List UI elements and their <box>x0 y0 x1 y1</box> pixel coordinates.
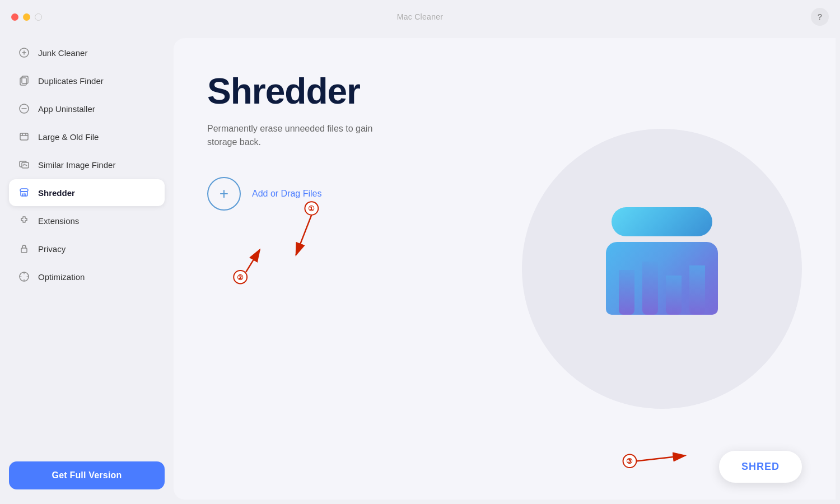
extensions-icon <box>18 214 30 227</box>
illustration-area <box>488 38 836 500</box>
add-files-label: Add or Drag Files <box>252 189 322 199</box>
junk-cleaner-icon <box>18 46 30 59</box>
svg-rect-9 <box>21 248 27 253</box>
sidebar-item-duplicates-finder[interactable]: Duplicates Finder <box>9 67 165 94</box>
minimize-button[interactable] <box>23 13 30 21</box>
sidebar-item-label: Extensions <box>38 216 79 226</box>
sidebar-item-similar-image-finder[interactable]: Similar Image Finder <box>9 151 165 178</box>
optimization-icon <box>18 270 30 283</box>
big-circle <box>522 129 802 409</box>
page-title: Shredder <box>207 72 487 111</box>
svg-point-13 <box>234 270 247 284</box>
content-area: Shredder Permanently erase unneeded file… <box>174 38 836 500</box>
sidebar-item-label: Large & Old File <box>38 132 99 142</box>
help-button[interactable]: ? <box>811 8 829 26</box>
get-full-version-button[interactable]: Get Full Version <box>9 461 165 489</box>
main-layout: Junk Cleaner Duplicates Finder App Unins… <box>0 34 840 504</box>
sidebar-item-label: Privacy <box>38 244 66 254</box>
sidebar-item-label: Optimization <box>38 272 85 282</box>
shredder-icon <box>18 186 30 199</box>
shred-strip <box>666 276 682 315</box>
close-button[interactable] <box>11 13 18 21</box>
sidebar-item-junk-cleaner[interactable]: Junk Cleaner <box>9 39 165 66</box>
sidebar-item-optimization[interactable]: Optimization <box>9 263 165 290</box>
sidebar-item-label: Shredder <box>38 188 75 198</box>
shred-button[interactable]: SHRED <box>719 451 802 483</box>
large-old-file-icon <box>18 130 30 143</box>
sidebar-item-label: Duplicates Finder <box>38 76 104 86</box>
similar-image-icon <box>18 158 30 171</box>
shredder-illustration <box>600 207 724 330</box>
sidebar-item-extensions[interactable]: Extensions <box>9 207 165 234</box>
content-inner: Shredder Permanently erase unneeded file… <box>207 72 487 211</box>
page-subtitle: Permanently erase unneeded files to gain… <box>207 122 398 149</box>
shred-strip <box>619 270 634 315</box>
sidebar-item-shredder[interactable]: Shredder <box>9 179 165 206</box>
svg-text:②: ② <box>237 273 244 282</box>
shred-strip <box>689 265 705 315</box>
app-uninstaller-icon <box>18 102 30 115</box>
svg-rect-4 <box>20 133 28 140</box>
sidebar-item-app-uninstaller[interactable]: App Uninstaller <box>9 95 165 122</box>
privacy-icon <box>18 242 30 255</box>
app-title: Mac Cleaner <box>397 12 444 21</box>
shred-button-container: SHRED <box>719 451 802 483</box>
shredder-body <box>606 242 718 315</box>
sidebar-item-label: Junk Cleaner <box>38 48 87 58</box>
sidebar-item-privacy[interactable]: Privacy <box>9 235 165 262</box>
shred-strip <box>642 262 658 315</box>
sidebar-item-label: Similar Image Finder <box>38 160 115 170</box>
sidebar: Junk Cleaner Duplicates Finder App Unins… <box>0 34 174 504</box>
shredder-top <box>612 207 712 236</box>
sidebar-bottom: Get Full Version <box>9 461 165 498</box>
svg-rect-1 <box>20 78 26 85</box>
sidebar-item-large-old-file[interactable]: Large & Old File <box>9 123 165 150</box>
svg-rect-2 <box>22 76 28 83</box>
sidebar-item-label: App Uninstaller <box>38 104 95 114</box>
maximize-button[interactable] <box>35 13 42 21</box>
traffic-lights <box>11 13 42 21</box>
add-files-button[interactable]: + <box>207 177 241 211</box>
duplicates-finder-icon <box>18 74 30 87</box>
titlebar: Mac Cleaner ? <box>0 0 840 34</box>
add-files-area: + Add or Drag Files <box>207 177 487 211</box>
